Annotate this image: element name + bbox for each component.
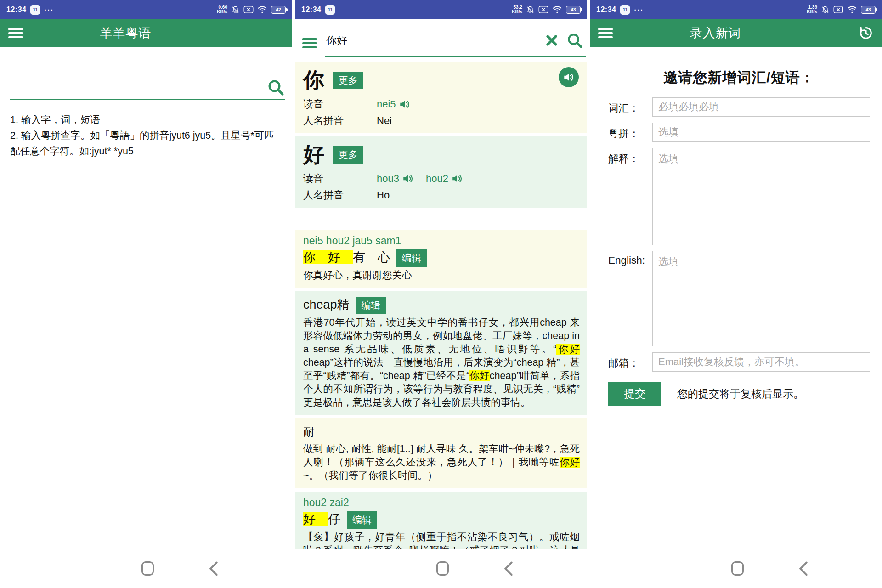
jyutping-text: nei5 (377, 98, 396, 110)
edit-button[interactable]: 编辑 (396, 249, 427, 267)
instruction-line-2: 2. 输入粤拼查字。如「粵語」的拼音jyut6 jyu5。且星号*可匹配任意个字… (10, 128, 283, 159)
entry-jyutping: hou2 zai2 (303, 496, 580, 509)
history-icon[interactable] (858, 25, 874, 41)
edit-button[interactable]: 编辑 (347, 511, 377, 529)
speaker-icon[interactable] (451, 173, 463, 185)
search-input[interactable] (326, 34, 537, 47)
status-bar: 12:34 11 ··· 1.39KB/s 43 (590, 0, 882, 19)
android-nav-bar (295, 549, 587, 588)
english-field[interactable] (652, 251, 870, 346)
jyutping-text: hou2 (426, 173, 448, 185)
entry-definition: 【褒】好孩子，好青年（侧重于指不沾染不良习气）。戒咗烟啦？系喇，噉先至系个~嘅样… (303, 531, 580, 549)
submit-note: 您的提交将于复核后显示。 (677, 387, 804, 401)
search-bar (295, 19, 587, 62)
field-label-email: 邮箱： (608, 352, 652, 372)
headword-char: 你 (303, 68, 324, 92)
recents-icon[interactable] (663, 564, 677, 573)
screen-dictionary-home: 12:34 11 ··· 0.60KB/s 42 羊羊粤语 (0, 0, 292, 588)
form-content: 邀请您新增词汇/短语： 词汇： 粤拼： 解释： English: (590, 47, 882, 549)
play-audio-icon[interactable] (559, 67, 579, 87)
recents-icon[interactable] (74, 564, 87, 573)
reading-label: 读音 (303, 97, 377, 111)
bell-slash-icon (526, 6, 535, 14)
app-bar: 录入新词 (590, 19, 882, 47)
speaker-icon[interactable] (402, 173, 414, 185)
clear-search-icon[interactable] (545, 34, 559, 47)
jyutping-field[interactable] (652, 123, 870, 142)
more-notifications-dots: ··· (44, 6, 54, 14)
bell-slash-icon (821, 6, 830, 14)
result-list: 你 更多 读音 nei5 人名拼音 (295, 62, 587, 549)
entry-word: 你 好 有 心编辑 (303, 248, 580, 267)
search-input[interactable] (10, 65, 285, 100)
wifi-icon (257, 6, 267, 14)
clock-text: 12:34 (301, 6, 321, 14)
android-nav-bar (0, 549, 292, 588)
sim-x-icon (538, 6, 548, 14)
status-bar: 12:34 11 53.2KB/s 43 (295, 0, 587, 19)
definition-field[interactable] (652, 148, 870, 245)
entry-jyutping: nei5 hou2 jau5 sam1 (303, 234, 580, 247)
search-field-wrap (325, 30, 586, 57)
name-pinyin-label: 人名拼音 (303, 188, 377, 202)
menu-icon[interactable] (598, 28, 613, 38)
menu-icon[interactable] (302, 38, 317, 48)
email-field[interactable] (652, 352, 870, 372)
speaker-icon[interactable] (399, 98, 411, 110)
field-label-jyutping: 粤拼： (608, 123, 652, 142)
network-speed: 1.39KB/s (807, 5, 817, 14)
reading-label: 读音 (303, 172, 377, 186)
dict-entry: cheap精编辑 香港70年代开始，读过英文中学的番书仔女，都兴用cheap 来… (295, 291, 587, 415)
sim-x-icon (833, 6, 843, 14)
submit-button[interactable]: 提交 (608, 382, 662, 406)
name-pinyin-label: 人名拼音 (303, 114, 377, 128)
headword-char: 好 (303, 142, 324, 166)
page-title: 录入新词 (690, 25, 741, 41)
more-notifications-dots: ··· (634, 6, 644, 14)
network-speed: 53.2KB/s (512, 5, 522, 14)
android-nav-bar (590, 549, 882, 588)
network-speed: 0.60KB/s (217, 5, 227, 14)
entry-definition: 做到 耐心, 耐性, 能耐[1..] 耐人寻味 久。架车咁~仲未嚟?，急死人喇！… (303, 442, 580, 482)
back-icon[interactable] (503, 561, 514, 576)
search-icon[interactable] (266, 78, 285, 96)
home-icon[interactable] (436, 561, 449, 576)
wifi-icon (552, 6, 562, 14)
page-title: 羊羊粤语 (100, 25, 151, 41)
clock-text: 12:34 (6, 6, 26, 14)
search-icon[interactable] (566, 32, 583, 49)
more-button[interactable]: 更多 (333, 72, 363, 89)
field-label-english: English: (608, 251, 652, 346)
jyutping-text: hou3 (377, 173, 399, 185)
dict-entry: hou2 zai2 好 仔编辑 【褒】好孩子，好青年（侧重于指不沾染不良习气）。… (295, 492, 587, 549)
notification-app-badge: 11 (30, 5, 40, 15)
dict-entry: 耐 做到 耐心, 耐性, 能耐[1..] 耐人寻味 久。架车咁~仲未嚟?，急死人… (295, 418, 587, 488)
char-card-hao: 好 更多 读音 hou3 hou2 (295, 136, 587, 208)
home-icon[interactable] (731, 561, 744, 576)
recents-icon[interactable] (368, 564, 382, 573)
form-title: 邀请您新增词汇/短语： (608, 68, 870, 87)
back-icon[interactable] (798, 561, 809, 576)
three-phone-screens: 12:34 11 ··· 0.60KB/s 42 羊羊粤语 (0, 0, 882, 588)
home-icon[interactable] (141, 561, 154, 576)
sim-x-icon (243, 6, 254, 14)
entry-definition: 你真好心，真谢谢您关心 (303, 269, 580, 282)
edit-button[interactable]: 编辑 (356, 297, 386, 314)
notification-app-badge: 11 (620, 5, 630, 15)
name-pinyin-value: Nei (377, 115, 392, 127)
home-content: 1. 输入字，词，短语 2. 输入粤拼查字。如「粵語」的拼音jyut6 jyu5… (0, 47, 292, 549)
back-icon[interactable] (208, 561, 219, 576)
dict-entry: nei5 hou2 jau5 sam1 你 好 有 心编辑 你真好心，真谢谢您关… (295, 230, 587, 288)
more-button[interactable]: 更多 (333, 146, 363, 164)
list-gap (295, 208, 587, 226)
wifi-icon (847, 6, 857, 14)
notification-app-badge: 11 (325, 5, 335, 15)
screen-search-results: 12:34 11 53.2KB/s 43 (295, 0, 587, 588)
menu-icon[interactable] (8, 28, 23, 38)
char-card-ni: 你 更多 读音 nei5 人名拼音 (295, 62, 587, 133)
name-pinyin-value: Ho (377, 189, 390, 201)
word-field[interactable] (652, 97, 870, 117)
battery-indicator: 43 (566, 6, 581, 14)
field-label-definition: 解释： (608, 148, 652, 245)
screen-new-word-form: 12:34 11 ··· 1.39KB/s 43 录入新词 (590, 0, 882, 588)
